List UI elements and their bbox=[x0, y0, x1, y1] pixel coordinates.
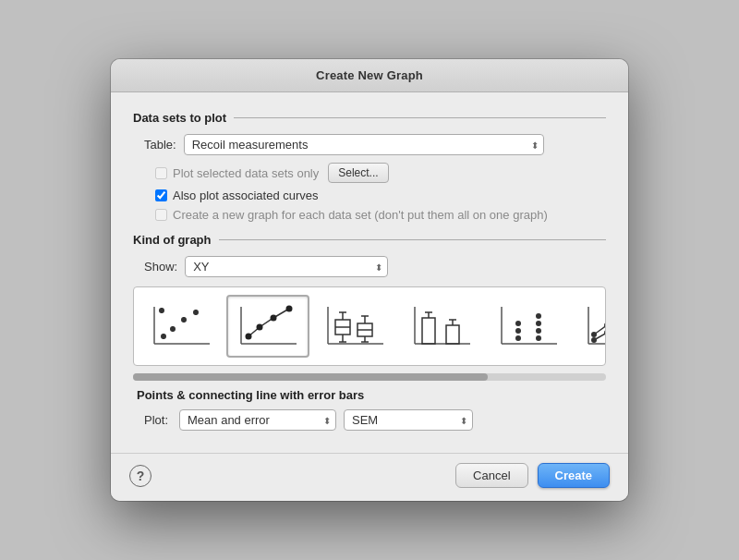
svg-point-55 bbox=[591, 332, 597, 337]
table-select-wrapper[interactable]: Recoil measurements bbox=[184, 134, 544, 155]
sem-select[interactable]: SEM SD 95% CI bbox=[344, 409, 473, 431]
graph-type-bar[interactable] bbox=[400, 295, 483, 358]
graph-type-dot[interactable] bbox=[487, 295, 570, 358]
also-plot-checkbox[interactable] bbox=[155, 189, 167, 201]
svg-point-15 bbox=[257, 324, 263, 331]
graph-types-container bbox=[133, 286, 606, 366]
svg-point-51 bbox=[591, 337, 597, 343]
svg-point-16 bbox=[271, 315, 277, 322]
svg-point-44 bbox=[515, 321, 521, 326]
show-select[interactable]: XY bbox=[185, 256, 388, 277]
svg-point-43 bbox=[515, 328, 521, 334]
svg-point-48 bbox=[536, 313, 541, 319]
dot-icon bbox=[492, 299, 564, 353]
box-whisker-icon bbox=[319, 299, 391, 353]
svg-point-45 bbox=[536, 335, 541, 341]
area-icon bbox=[579, 299, 606, 353]
svg-point-47 bbox=[536, 321, 541, 326]
show-row: Show: XY bbox=[133, 256, 606, 277]
select-button[interactable]: Select... bbox=[328, 163, 388, 183]
scatter-icon bbox=[145, 299, 217, 353]
graph-description: Points & connecting line with error bars bbox=[133, 388, 606, 402]
sem-select-wrapper[interactable]: SEM SD 95% CI bbox=[344, 409, 473, 431]
footer-buttons: Cancel Create bbox=[455, 463, 610, 488]
graph-type-scatter[interactable] bbox=[139, 295, 223, 358]
plot-select-wrapper[interactable]: Mean and error Individual values bbox=[179, 409, 336, 431]
svg-point-14 bbox=[246, 334, 252, 340]
svg-point-42 bbox=[515, 335, 521, 341]
dialog-content: Data sets to plot Table: Recoil measurem… bbox=[111, 92, 628, 453]
kind-of-graph-section-header: Kind of graph bbox=[133, 233, 606, 247]
also-plot-row: Also plot associated curves bbox=[133, 189, 606, 202]
create-new-label: Create a new graph for each data set (do… bbox=[173, 208, 548, 222]
kind-of-graph-title: Kind of graph bbox=[133, 233, 212, 247]
create-new-checkbox[interactable] bbox=[155, 209, 167, 221]
dialog-title: Create New Graph bbox=[316, 68, 423, 82]
graph-type-box-whisker[interactable] bbox=[313, 295, 396, 358]
create-graph-dialog: Create New Graph Data sets to plot Table… bbox=[111, 59, 628, 501]
also-plot-label: Also plot associated curves bbox=[173, 189, 319, 202]
table-label: Table: bbox=[144, 138, 176, 152]
plot-label: Plot: bbox=[144, 413, 168, 427]
data-sets-section-header: Data sets to plot bbox=[133, 111, 606, 125]
plot-select[interactable]: Mean and error Individual values bbox=[179, 409, 336, 431]
show-label: Show: bbox=[144, 260, 177, 274]
table-row: Table: Recoil measurements bbox=[133, 134, 606, 155]
line-scatter-icon bbox=[232, 299, 304, 353]
create-new-row: Create a new graph for each data set (do… bbox=[133, 208, 606, 222]
svg-point-46 bbox=[536, 328, 541, 334]
dialog-footer: ? Cancel Create bbox=[111, 453, 628, 501]
kind-of-graph-divider bbox=[219, 239, 607, 240]
graph-types-scrollbar[interactable] bbox=[133, 373, 606, 381]
create-button[interactable]: Create bbox=[538, 463, 610, 488]
show-select-wrapper[interactable]: XY bbox=[185, 256, 388, 277]
svg-rect-34 bbox=[422, 318, 435, 344]
plot-selected-checkbox[interactable] bbox=[155, 167, 167, 179]
bar-icon bbox=[406, 299, 478, 353]
svg-rect-37 bbox=[446, 325, 459, 344]
plot-options-row: Plot: Mean and error Individual values S… bbox=[133, 409, 606, 431]
graph-type-area[interactable] bbox=[574, 295, 606, 358]
data-sets-title: Data sets to plot bbox=[133, 111, 226, 125]
svg-point-17 bbox=[286, 306, 293, 312]
plot-selected-row: Plot selected data sets only Select... bbox=[133, 163, 606, 183]
cancel-button[interactable]: Cancel bbox=[455, 463, 527, 488]
data-sets-divider bbox=[234, 117, 606, 118]
dialog-title-bar: Create New Graph bbox=[111, 59, 628, 92]
plot-selected-label: Plot selected data sets only bbox=[173, 166, 319, 180]
table-select[interactable]: Recoil measurements bbox=[184, 134, 544, 155]
graph-type-line-scatter[interactable] bbox=[226, 295, 309, 358]
help-button[interactable]: ? bbox=[129, 465, 151, 487]
scrollbar-thumb bbox=[133, 373, 488, 381]
